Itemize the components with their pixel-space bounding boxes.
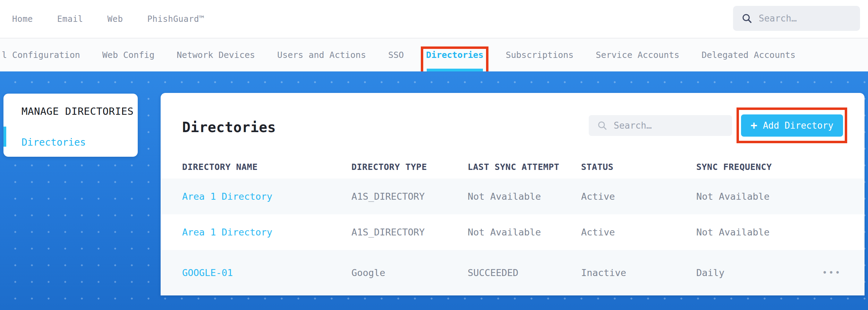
tab-email-configuration[interactable]: l Configuration	[2, 38, 80, 72]
table-row: Area 1 Directory A1S_DIRECTORY Not Avail…	[161, 179, 865, 214]
topnav-item-phishguard[interactable]: PhishGuard™	[147, 14, 204, 24]
plus-icon: +	[751, 120, 757, 131]
tab-delegated-accounts[interactable]: Delegated Accounts	[701, 38, 795, 72]
manage-directories-card: MANAGE DIRECTORIES Directories	[3, 94, 138, 157]
topnav-items: Home Email Web PhishGuard™	[12, 0, 204, 38]
directories-card: Directories + Add Directory DIRECTORY NA	[161, 93, 865, 295]
status-value: Active	[581, 227, 696, 238]
column-header-last-sync-attempt: LAST SYNC ATTEMPT	[468, 162, 581, 172]
tab-sso[interactable]: SSO	[388, 38, 404, 72]
topnav-item-web[interactable]: Web	[108, 14, 123, 24]
global-search[interactable]	[733, 6, 860, 31]
search-icon	[597, 120, 607, 131]
last-sync-value: SUCCEEDED	[468, 267, 581, 278]
tab-users-and-actions[interactable]: Users and Actions	[277, 38, 366, 72]
topnav-item-email[interactable]: Email	[57, 14, 83, 24]
table-row: GOOGLE-01 Google SUCCEEDED Inactive Dail…	[161, 250, 865, 295]
tab-web-config[interactable]: Web Config	[102, 38, 155, 72]
page-title: Directories	[182, 119, 276, 135]
status-value: Active	[581, 191, 696, 202]
directories-search-input[interactable]	[614, 120, 724, 131]
global-search-input[interactable]	[759, 13, 852, 24]
sync-frequency-value: Daily	[696, 267, 822, 278]
tab-network-devices[interactable]: Network Devices	[177, 38, 255, 72]
column-header-directory-type: DIRECTORY TYPE	[351, 162, 468, 172]
search-icon	[741, 13, 752, 24]
column-header-status: STATUS	[581, 162, 696, 172]
sidebar-active-indicator	[3, 127, 6, 147]
table-row: Area 1 Directory A1S_DIRECTORY Not Avail…	[161, 214, 865, 250]
add-directory-button-wrap: + Add Directory	[741, 114, 843, 137]
last-sync-value: Not Available	[468, 227, 581, 238]
add-directory-button-label: Add Directory	[763, 120, 834, 131]
sidebar-title: MANAGE DIRECTORIES	[22, 105, 134, 117]
directory-name-link[interactable]: GOOGLE-01	[182, 267, 351, 278]
directory-type-value: A1S_DIRECTORY	[351, 227, 468, 238]
sidebar-item-directories[interactable]: Directories	[22, 137, 86, 148]
directories-table: DIRECTORY NAME DIRECTORY TYPE LAST SYNC …	[161, 155, 865, 295]
tab-subscriptions[interactable]: Subscriptions	[506, 38, 574, 72]
sync-frequency-value: Not Available	[696, 227, 822, 238]
directories-search[interactable]	[589, 115, 732, 136]
directory-type-value: Google	[351, 267, 468, 278]
table-header-row: DIRECTORY NAME DIRECTORY TYPE LAST SYNC …	[161, 155, 865, 179]
column-header-sync-frequency: SYNC FREQUENCY	[696, 162, 822, 172]
column-header-directory-name: DIRECTORY NAME	[182, 162, 351, 172]
workspace-background: MANAGE DIRECTORIES Directories Directori…	[0, 71, 868, 310]
tab-directories-label: Directories	[426, 50, 484, 60]
app-screen: Home Email Web PhishGuard™ l Configurati…	[0, 0, 868, 310]
tab-directories[interactable]: Directories	[426, 38, 484, 72]
directory-name-link[interactable]: Area 1 Directory	[182, 227, 351, 238]
directory-name-link[interactable]: Area 1 Directory	[182, 191, 351, 202]
status-value: Inactive	[581, 267, 696, 278]
top-navbar: Home Email Web PhishGuard™	[0, 0, 868, 38]
directory-type-value: A1S_DIRECTORY	[351, 191, 468, 202]
sync-frequency-value: Not Available	[696, 191, 822, 202]
add-directory-button[interactable]: + Add Directory	[741, 114, 843, 137]
settings-tabbar: l Configuration Web Config Network Devic…	[0, 38, 868, 71]
topnav-item-home[interactable]: Home	[12, 14, 33, 24]
last-sync-value: Not Available	[468, 191, 581, 202]
tab-service-accounts[interactable]: Service Accounts	[596, 38, 679, 72]
ellipsis-menu-icon[interactable]: •••	[822, 268, 854, 278]
